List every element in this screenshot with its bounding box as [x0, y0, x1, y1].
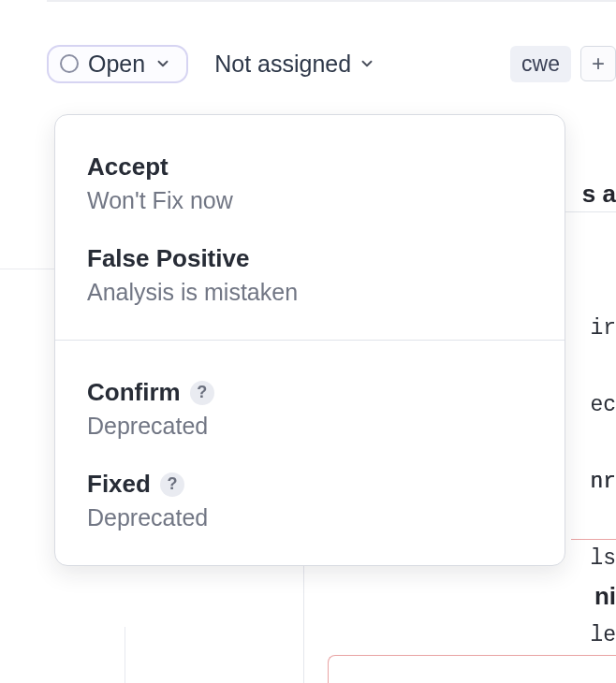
menu-item-label: False Positive: [87, 244, 249, 273]
dropdown-group: Confirm ? Deprecated Fixed ? Deprecated: [55, 340, 565, 565]
menu-item-desc: Deprecated: [87, 504, 533, 531]
menu-item-label: Accept: [87, 153, 169, 182]
status-dropdown-button[interactable]: Open: [47, 45, 188, 83]
assignee-dropdown-button[interactable]: Not assigned: [214, 51, 375, 78]
status-label: Open: [88, 52, 145, 76]
menu-item-accept[interactable]: Accept Won't Fix now: [55, 138, 565, 227]
bg-divider: [565, 211, 616, 212]
menu-item-desc: Deprecated: [87, 413, 533, 440]
bg-heading-fragment: s a: [582, 180, 616, 209]
help-icon[interactable]: ?: [160, 472, 184, 497]
bg-highlight-box: [328, 655, 616, 683]
menu-item-fixed[interactable]: Fixed ? Deprecated: [55, 453, 565, 545]
add-tag-button[interactable]: +: [580, 46, 616, 81]
menu-item-label: Fixed: [87, 470, 151, 499]
assignee-label: Not assigned: [214, 51, 351, 78]
issue-toolbar: Open Not assigned cwe +: [47, 36, 616, 91]
bg-heading-fragment: ni: [594, 582, 616, 611]
chevron-down-icon: [359, 55, 375, 72]
dropdown-group: Accept Won't Fix now False Positive Anal…: [55, 115, 565, 340]
status-dropdown-menu: Accept Won't Fix now False Positive Anal…: [54, 114, 565, 566]
bg-divider: [571, 539, 616, 540]
chevron-down-icon: [154, 55, 171, 72]
help-icon[interactable]: ?: [190, 381, 214, 405]
menu-item-label: Confirm: [87, 378, 181, 407]
menu-item-false-positive[interactable]: False Positive Analysis is mistaken: [55, 227, 565, 319]
menu-item-desc: Analysis is mistaken: [87, 279, 533, 306]
bg-code-fragment: nr ls le: [590, 421, 616, 676]
top-divider: [47, 0, 616, 2]
menu-item-desc: Won't Fix now: [87, 187, 533, 214]
tag-cwe[interactable]: cwe: [510, 46, 571, 82]
open-status-icon: [60, 54, 79, 73]
bg-divider: [125, 627, 125, 683]
tags-area: cwe +: [510, 46, 616, 82]
menu-item-confirm[interactable]: Confirm ? Deprecated: [55, 363, 565, 453]
